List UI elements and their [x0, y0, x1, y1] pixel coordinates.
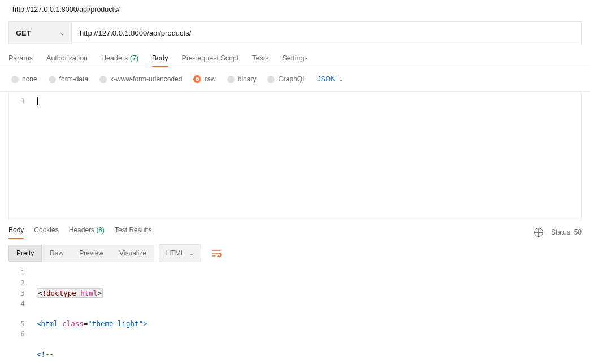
line-wrap-button[interactable]: [208, 244, 226, 262]
code-text: <: [38, 289, 42, 297]
body-type-urlencoded[interactable]: x-www-form-urlencoded: [99, 75, 182, 83]
body-type-none-label: none: [22, 75, 37, 83]
view-mode-visualize[interactable]: Visualize: [111, 245, 154, 262]
chevron-down-icon: ⌄: [189, 250, 194, 257]
response-format-select[interactable]: HTML ⌄: [159, 244, 201, 262]
status-text: Status: 50: [551, 228, 582, 236]
view-mode-raw[interactable]: Raw: [42, 245, 71, 262]
body-type-form-data[interactable]: form-data: [49, 75, 88, 83]
response-tab-cookies[interactable]: Cookies: [34, 226, 58, 239]
radio-icon: [49, 76, 56, 83]
tab-tests[interactable]: Tests: [252, 54, 268, 67]
view-mode-preview[interactable]: Preview: [71, 245, 111, 262]
body-type-raw-label: raw: [205, 75, 215, 83]
code-text: <!--: [37, 350, 54, 358]
view-mode-pretty[interactable]: Pretty: [8, 245, 42, 262]
tab-body[interactable]: Body: [152, 54, 168, 67]
tab-headers-label: Headers: [101, 54, 128, 62]
radio-icon: [193, 75, 201, 83]
body-type-urlencoded-label: x-www-form-urlencoded: [110, 75, 182, 83]
response-tab-headers[interactable]: Headers (8): [69, 226, 105, 239]
editor-content[interactable]: [37, 92, 581, 220]
response-body-viewer[interactable]: 1 2 3 4 5 6 <!doctype html> <html class=…: [0, 268, 590, 364]
gutter-line: 1: [9, 96, 37, 106]
gutter-line: 5: [8, 319, 37, 329]
tab-settings[interactable]: Settings: [282, 54, 307, 67]
request-tabs: Params Authorization Headers (7) Body Pr…: [0, 44, 590, 67]
globe-icon[interactable]: [534, 228, 543, 237]
body-type-raw[interactable]: raw: [193, 75, 215, 83]
body-type-row: none form-data x-www-form-urlencoded raw…: [0, 67, 590, 92]
request-row: GET ⌄: [0, 21, 590, 44]
response-gutter: 1 2 3 4 5 6: [8, 268, 37, 364]
gutter-line: 6: [8, 329, 37, 339]
request-body-editor[interactable]: 1: [8, 92, 582, 220]
gutter-line: 1: [8, 268, 37, 278]
response-tab-headers-label: Headers: [69, 226, 94, 234]
body-type-binary-label: binary: [238, 75, 257, 83]
response-line: <!--: [37, 349, 585, 359]
gutter-line: 2: [8, 278, 37, 288]
url-input[interactable]: [72, 21, 582, 44]
response-tabs-row: Body Cookies Headers (8) Test Results St…: [0, 220, 590, 239]
code-text: "theme-light": [88, 319, 143, 328]
http-method-select[interactable]: GET ⌄: [8, 21, 72, 44]
response-content: <!doctype html> <html class="theme-light…: [37, 268, 585, 364]
radio-icon: [227, 76, 235, 83]
response-tabs: Body Cookies Headers (8) Test Results: [8, 226, 151, 239]
view-mode-group: Pretty Raw Preview Visualize: [8, 245, 154, 262]
response-meta: Status: 50: [534, 228, 582, 237]
request-title: http://127.0.0.1:8000/api/products/: [0, 0, 590, 21]
body-format-select[interactable]: JSON ⌄: [318, 75, 344, 83]
radio-icon: [99, 76, 107, 83]
body-type-graphql[interactable]: GraphQL: [267, 75, 306, 83]
text-cursor: [37, 97, 38, 105]
wrap-icon: [212, 249, 222, 257]
tab-pre-request[interactable]: Pre-request Script: [182, 54, 239, 67]
tab-params[interactable]: Params: [8, 54, 33, 67]
radio-icon: [267, 76, 275, 83]
response-tab-test-results[interactable]: Test Results: [115, 226, 151, 239]
body-type-graphql-label: GraphQL: [278, 75, 306, 83]
chevron-down-icon: ⌄: [339, 76, 344, 83]
code-text: <html: [37, 319, 62, 328]
body-format-label: JSON: [318, 75, 336, 83]
code-text: class: [62, 319, 84, 328]
response-view-controls: Pretty Raw Preview Visualize HTML ⌄: [0, 239, 590, 268]
code-text: html: [80, 289, 97, 297]
body-type-none[interactable]: none: [11, 75, 37, 83]
gutter-line: 4: [8, 298, 37, 319]
tab-headers[interactable]: Headers (7): [101, 54, 138, 67]
code-text: !doctype: [42, 289, 81, 297]
http-method-label: GET: [16, 29, 31, 37]
response-tab-headers-count: (8): [96, 226, 105, 234]
body-type-binary[interactable]: binary: [227, 75, 257, 83]
code-text: >: [97, 289, 102, 297]
tab-authorization[interactable]: Authorization: [46, 54, 88, 67]
radio-icon: [11, 76, 19, 83]
editor-gutter: 1: [9, 92, 37, 220]
status-code: 50: [574, 228, 582, 236]
chevron-down-icon: ⌄: [60, 30, 64, 36]
response-line: <html class="theme-light">: [37, 319, 585, 329]
gutter-line: 3: [8, 288, 37, 298]
tab-headers-count: (7): [130, 54, 138, 62]
status-prefix: Status:: [551, 228, 572, 236]
body-type-form-data-label: form-data: [59, 75, 88, 83]
response-format-label: HTML: [166, 249, 185, 257]
response-tab-body[interactable]: Body: [8, 226, 24, 239]
response-line: <!doctype html>: [37, 288, 585, 298]
code-text: >: [143, 319, 148, 328]
